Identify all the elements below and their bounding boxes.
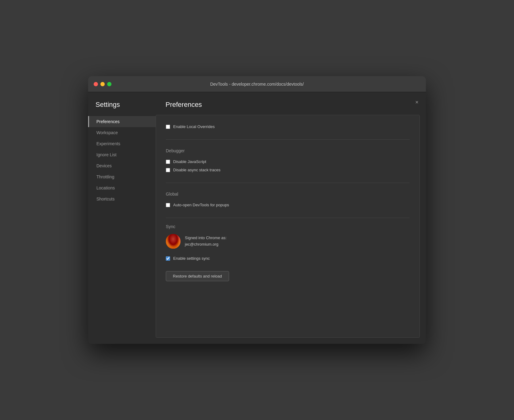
debugger-section-title: Debugger: [166, 146, 410, 153]
settings-window: DevTools - developer.chrome.com/docs/dev…: [88, 76, 426, 344]
divider-3: [166, 218, 410, 218]
close-traffic-light[interactable]: [94, 82, 98, 86]
global-section: Global Auto-open DevTools for popups: [156, 189, 419, 216]
sidebar-item-preferences[interactable]: Preferences: [88, 116, 156, 127]
user-email: jec@chromium.org: [185, 241, 227, 248]
enable-local-overrides-checkbox[interactable]: [166, 125, 170, 129]
avatar: [166, 234, 181, 249]
enable-settings-sync-checkbox[interactable]: [166, 256, 170, 261]
close-button[interactable]: ×: [415, 99, 419, 105]
sidebar-item-experiments[interactable]: Experiments: [88, 138, 156, 149]
avatar-image: [166, 234, 181, 249]
window-content: Settings Preferences Workspace Experimen…: [88, 92, 426, 344]
sidebar: Settings Preferences Workspace Experimen…: [88, 92, 156, 344]
disable-async-stack-traces-label[interactable]: Disable async stack traces: [173, 168, 220, 172]
disable-javascript-row: Disable JavaScript: [166, 158, 410, 166]
sidebar-item-throttling[interactable]: Throttling: [88, 171, 156, 182]
sync-user-info: Signed into Chrome as: jec@chromium.org: [166, 234, 410, 249]
minimize-traffic-light[interactable]: [100, 82, 105, 86]
settings-panel: Enable Local Overrides Debugger Disable …: [156, 115, 420, 338]
disable-javascript-label[interactable]: Disable JavaScript: [173, 159, 206, 164]
enable-local-overrides-row: Enable Local Overrides: [166, 122, 410, 131]
sources-section: Enable Local Overrides: [156, 122, 419, 138]
sidebar-item-locations[interactable]: Locations: [88, 182, 156, 193]
sync-section-title: Sync: [166, 224, 410, 229]
divider-2: [166, 183, 410, 183]
maximize-traffic-light[interactable]: [107, 82, 111, 86]
sidebar-item-workspace[interactable]: Workspace: [88, 127, 156, 138]
enable-local-overrides-label[interactable]: Enable Local Overrides: [173, 124, 215, 129]
disable-async-stack-traces-checkbox[interactable]: [166, 168, 170, 172]
global-section-title: Global: [166, 189, 410, 196]
debugger-section: Debugger Disable JavaScript Disable asyn…: [156, 146, 419, 181]
sidebar-item-ignore-list[interactable]: Ignore List: [88, 149, 156, 160]
enable-settings-sync-row: Enable settings sync: [166, 254, 410, 262]
titlebar: DevTools - developer.chrome.com/docs/dev…: [88, 76, 426, 92]
sidebar-title: Settings: [88, 101, 156, 116]
enable-settings-sync-label[interactable]: Enable settings sync: [173, 256, 210, 261]
auto-open-devtools-checkbox[interactable]: [166, 203, 170, 207]
disable-javascript-checkbox[interactable]: [166, 160, 170, 164]
auto-open-devtools-row: Auto-open DevTools for popups: [166, 201, 410, 209]
sync-section: Sync Signed into Chrome as: jec@chromium…: [156, 224, 419, 289]
restore-button-container: Restore defaults and reload: [166, 269, 410, 281]
page-title: Preferences: [156, 101, 426, 115]
titlebar-title: DevTools - developer.chrome.com/docs/dev…: [210, 82, 304, 87]
sidebar-item-shortcuts[interactable]: Shortcuts: [88, 193, 156, 204]
divider-1: [166, 139, 410, 140]
traffic-lights: [94, 82, 111, 86]
main-content: Preferences × Enable Local Overrides Deb…: [156, 92, 426, 344]
sidebar-item-devices[interactable]: Devices: [88, 160, 156, 171]
disable-async-stack-traces-row: Disable async stack traces: [166, 166, 410, 174]
restore-defaults-button[interactable]: Restore defaults and reload: [166, 271, 229, 281]
signed-in-label: Signed into Chrome as:: [185, 235, 227, 241]
auto-open-devtools-label[interactable]: Auto-open DevTools for popups: [173, 203, 229, 207]
sync-user-text: Signed into Chrome as: jec@chromium.org: [185, 235, 227, 248]
